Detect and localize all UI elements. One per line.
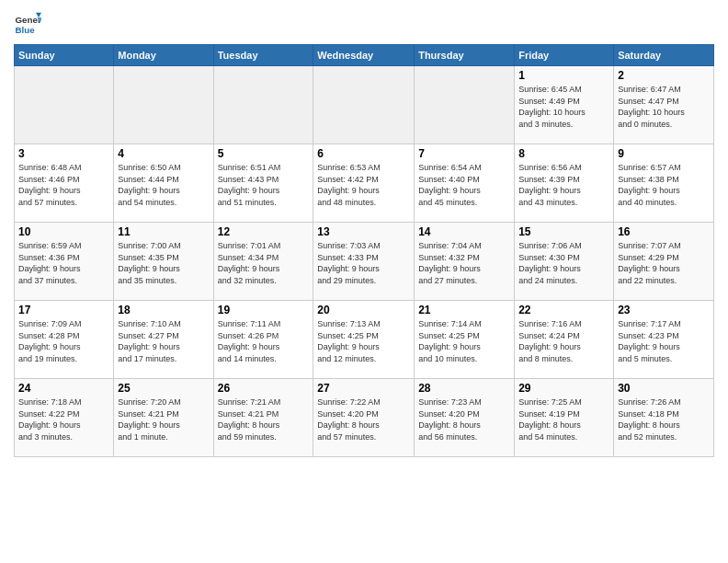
day-number: 18 (118, 304, 209, 316)
day-info: Sunrise: 7:21 AM Sunset: 4:21 PM Dayligh… (218, 396, 310, 442)
day-info: Sunrise: 7:22 AM Sunset: 4:20 PM Dayligh… (317, 396, 410, 442)
day-number: 5 (218, 147, 310, 160)
svg-text:General: General (16, 15, 42, 25)
calendar-cell (213, 66, 313, 144)
calendar-cell: 15Sunrise: 7:06 AM Sunset: 4:30 PM Dayli… (515, 223, 614, 301)
day-info: Sunrise: 7:09 AM Sunset: 4:28 PM Dayligh… (18, 318, 109, 364)
day-number: 8 (518, 147, 609, 160)
calendar-cell: 27Sunrise: 7:22 AM Sunset: 4:20 PM Dayli… (313, 379, 415, 457)
day-info: Sunrise: 6:59 AM Sunset: 4:36 PM Dayligh… (18, 240, 109, 286)
day-info: Sunrise: 7:00 AM Sunset: 4:35 PM Dayligh… (118, 240, 209, 286)
calendar-cell: 24Sunrise: 7:18 AM Sunset: 4:22 PM Dayli… (15, 379, 114, 457)
calendar-header-thursday: Thursday (415, 45, 515, 66)
calendar-cell (415, 66, 515, 144)
day-info: Sunrise: 6:57 AM Sunset: 4:38 PM Dayligh… (618, 162, 710, 208)
day-number: 24 (18, 382, 109, 395)
calendar-cell: 17Sunrise: 7:09 AM Sunset: 4:28 PM Dayli… (15, 301, 114, 379)
svg-text:Blue: Blue (16, 25, 36, 35)
day-info: Sunrise: 7:11 AM Sunset: 4:26 PM Dayligh… (218, 318, 310, 364)
calendar-cell: 8Sunrise: 6:56 AM Sunset: 4:39 PM Daylig… (515, 144, 614, 223)
day-info: Sunrise: 7:04 AM Sunset: 4:32 PM Dayligh… (418, 240, 510, 286)
day-number: 20 (317, 304, 410, 316)
day-info: Sunrise: 6:56 AM Sunset: 4:39 PM Dayligh… (518, 162, 609, 208)
day-info: Sunrise: 7:25 AM Sunset: 4:19 PM Dayligh… (518, 396, 609, 442)
calendar-cell: 4Sunrise: 6:50 AM Sunset: 4:44 PM Daylig… (114, 144, 213, 223)
calendar-cell: 16Sunrise: 7:07 AM Sunset: 4:29 PM Dayli… (614, 223, 714, 301)
day-info: Sunrise: 7:20 AM Sunset: 4:21 PM Dayligh… (118, 396, 209, 442)
calendar-header-sunday: Sunday (15, 45, 114, 66)
day-number: 4 (118, 147, 209, 160)
day-number: 19 (218, 304, 310, 316)
calendar-cell: 7Sunrise: 6:54 AM Sunset: 4:40 PM Daylig… (415, 144, 515, 223)
logo: General Blue (14, 9, 47, 37)
calendar-cell: 1Sunrise: 6:45 AM Sunset: 4:49 PM Daylig… (515, 66, 614, 144)
calendar-cell: 26Sunrise: 7:21 AM Sunset: 4:21 PM Dayli… (213, 379, 313, 457)
day-info: Sunrise: 7:23 AM Sunset: 4:20 PM Dayligh… (418, 396, 510, 442)
calendar-cell: 2Sunrise: 6:47 AM Sunset: 4:47 PM Daylig… (614, 66, 714, 144)
calendar-header-monday: Monday (114, 45, 213, 66)
calendar-cell: 14Sunrise: 7:04 AM Sunset: 4:32 PM Dayli… (415, 223, 515, 301)
day-number: 3 (18, 147, 109, 160)
day-number: 17 (18, 304, 109, 316)
calendar-cell: 9Sunrise: 6:57 AM Sunset: 4:38 PM Daylig… (614, 144, 714, 223)
day-number: 13 (317, 225, 410, 238)
day-number: 29 (518, 382, 609, 395)
day-info: Sunrise: 7:01 AM Sunset: 4:34 PM Dayligh… (218, 240, 310, 286)
calendar-cell (114, 66, 213, 144)
day-info: Sunrise: 7:16 AM Sunset: 4:24 PM Dayligh… (518, 318, 609, 364)
day-info: Sunrise: 7:06 AM Sunset: 4:30 PM Dayligh… (518, 240, 609, 286)
calendar-week-3: 10Sunrise: 6:59 AM Sunset: 4:36 PM Dayli… (15, 223, 714, 301)
day-number: 28 (418, 382, 510, 395)
day-number: 10 (18, 225, 109, 238)
day-number: 30 (618, 382, 710, 395)
calendar-header-friday: Friday (515, 45, 614, 66)
day-info: Sunrise: 6:54 AM Sunset: 4:40 PM Dayligh… (418, 162, 510, 208)
calendar-cell: 12Sunrise: 7:01 AM Sunset: 4:34 PM Dayli… (213, 223, 313, 301)
calendar-cell: 5Sunrise: 6:51 AM Sunset: 4:43 PM Daylig… (213, 144, 313, 223)
day-number: 14 (418, 225, 510, 238)
calendar-cell: 6Sunrise: 6:53 AM Sunset: 4:42 PM Daylig… (313, 144, 415, 223)
day-info: Sunrise: 7:03 AM Sunset: 4:33 PM Dayligh… (317, 240, 410, 286)
day-number: 16 (618, 225, 710, 238)
day-info: Sunrise: 6:45 AM Sunset: 4:49 PM Dayligh… (518, 84, 609, 130)
day-info: Sunrise: 6:50 AM Sunset: 4:44 PM Dayligh… (118, 162, 209, 208)
day-number: 27 (317, 382, 410, 395)
calendar-cell: 23Sunrise: 7:17 AM Sunset: 4:23 PM Dayli… (614, 301, 714, 379)
day-info: Sunrise: 7:18 AM Sunset: 4:22 PM Dayligh… (18, 396, 109, 442)
calendar-header-saturday: Saturday (614, 45, 714, 66)
day-info: Sunrise: 6:51 AM Sunset: 4:43 PM Dayligh… (218, 162, 310, 208)
calendar-week-4: 17Sunrise: 7:09 AM Sunset: 4:28 PM Dayli… (15, 301, 714, 379)
calendar-cell: 30Sunrise: 7:26 AM Sunset: 4:18 PM Dayli… (614, 379, 714, 457)
day-info: Sunrise: 6:53 AM Sunset: 4:42 PM Dayligh… (317, 162, 410, 208)
day-number: 11 (118, 225, 209, 238)
day-info: Sunrise: 7:07 AM Sunset: 4:29 PM Dayligh… (618, 240, 710, 286)
day-number: 22 (518, 304, 609, 316)
calendar-table: SundayMondayTuesdayWednesdayThursdayFrid… (14, 44, 714, 457)
header-row: General Blue (14, 9, 714, 37)
calendar-cell: 29Sunrise: 7:25 AM Sunset: 4:19 PM Dayli… (515, 379, 614, 457)
calendar-cell: 19Sunrise: 7:11 AM Sunset: 4:26 PM Dayli… (213, 301, 313, 379)
day-number: 9 (618, 147, 710, 160)
calendar-cell (15, 66, 114, 144)
page-container: General Blue SundayMondayTuesdayWednesda… (0, 0, 728, 466)
calendar-cell: 3Sunrise: 6:48 AM Sunset: 4:46 PM Daylig… (15, 144, 114, 223)
day-info: Sunrise: 7:14 AM Sunset: 4:25 PM Dayligh… (418, 318, 510, 364)
calendar-header-wednesday: Wednesday (313, 45, 415, 66)
logo-icon: General Blue (14, 9, 41, 37)
day-number: 7 (418, 147, 510, 160)
day-number: 6 (317, 147, 410, 160)
calendar-week-5: 24Sunrise: 7:18 AM Sunset: 4:22 PM Dayli… (15, 379, 714, 457)
calendar-cell: 18Sunrise: 7:10 AM Sunset: 4:27 PM Dayli… (114, 301, 213, 379)
day-number: 12 (218, 225, 310, 238)
calendar-cell: 20Sunrise: 7:13 AM Sunset: 4:25 PM Dayli… (313, 301, 415, 379)
day-info: Sunrise: 6:48 AM Sunset: 4:46 PM Dayligh… (18, 162, 109, 208)
calendar-week-2: 3Sunrise: 6:48 AM Sunset: 4:46 PM Daylig… (15, 144, 714, 223)
calendar-cell: 25Sunrise: 7:20 AM Sunset: 4:21 PM Dayli… (114, 379, 213, 457)
day-number: 25 (118, 382, 209, 395)
calendar-cell: 10Sunrise: 6:59 AM Sunset: 4:36 PM Dayli… (15, 223, 114, 301)
calendar-cell: 13Sunrise: 7:03 AM Sunset: 4:33 PM Dayli… (313, 223, 415, 301)
day-number: 15 (518, 225, 609, 238)
calendar-cell (313, 66, 415, 144)
day-info: Sunrise: 6:47 AM Sunset: 4:47 PM Dayligh… (618, 84, 710, 130)
day-number: 1 (518, 69, 609, 82)
